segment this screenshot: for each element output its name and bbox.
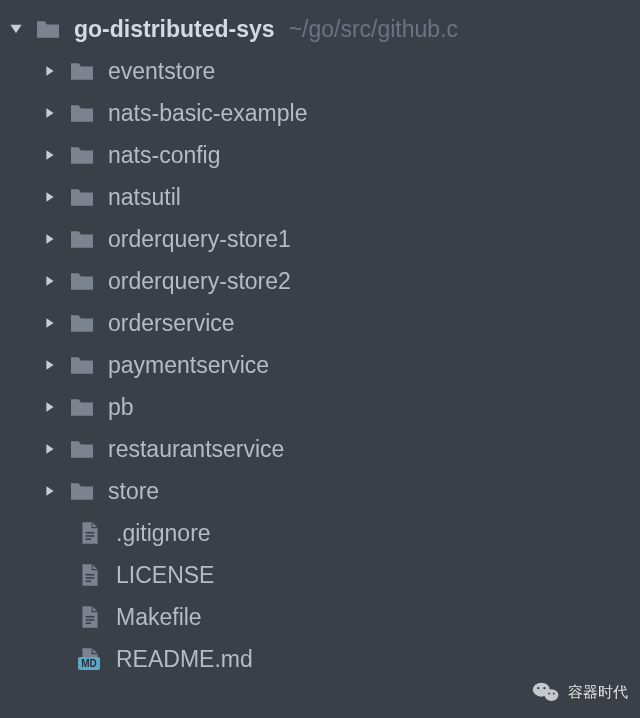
chevron-right-icon xyxy=(42,147,58,163)
tree-item-label: .gitignore xyxy=(116,520,211,547)
chevron-right-icon xyxy=(42,231,58,247)
chevron-right-icon xyxy=(42,63,58,79)
watermark: 容器时代 xyxy=(532,680,628,704)
svg-rect-8 xyxy=(86,622,91,624)
tree-item-label: pb xyxy=(108,394,134,421)
chevron-right-icon xyxy=(42,105,58,121)
svg-rect-7 xyxy=(86,619,95,621)
chevron-right-icon xyxy=(42,273,58,289)
tree-item-folder[interactable]: nats-basic-example xyxy=(0,92,640,134)
tree-item-label: restaurantservice xyxy=(108,436,284,463)
tree-item-label: orderquery-store2 xyxy=(108,268,291,295)
folder-icon xyxy=(68,437,96,461)
svg-rect-1 xyxy=(86,535,95,537)
folder-icon xyxy=(68,269,96,293)
svg-point-12 xyxy=(543,687,545,689)
tree-item-file[interactable]: .gitignore xyxy=(0,512,640,554)
svg-rect-4 xyxy=(86,577,95,579)
tree-item-label: nats-config xyxy=(108,142,221,169)
chevron-right-icon xyxy=(42,315,58,331)
chevron-right-icon xyxy=(42,357,58,373)
folder-icon xyxy=(68,101,96,125)
svg-point-13 xyxy=(548,693,550,695)
tree-item-file[interactable]: LICENSE xyxy=(0,554,640,596)
chevron-right-icon xyxy=(42,441,58,457)
svg-point-11 xyxy=(537,687,539,689)
svg-rect-2 xyxy=(86,538,91,540)
tree-item-folder[interactable]: paymentservice xyxy=(0,344,640,386)
tree-item-folder[interactable]: store xyxy=(0,470,640,512)
svg-rect-0 xyxy=(86,532,95,534)
svg-rect-3 xyxy=(86,574,95,576)
folder-icon xyxy=(68,59,96,83)
watermark-label: 容器时代 xyxy=(568,683,628,702)
svg-point-14 xyxy=(553,693,555,695)
file-icon xyxy=(76,521,104,545)
tree-item-folder[interactable]: natsutil xyxy=(0,176,640,218)
tree-item-label: README.md xyxy=(116,646,253,673)
folder-icon xyxy=(68,143,96,167)
tree-item-file[interactable]: MD README.md xyxy=(0,638,640,680)
tree-item-label: LICENSE xyxy=(116,562,214,589)
folder-icon xyxy=(68,353,96,377)
folder-icon xyxy=(68,395,96,419)
folder-icon xyxy=(68,185,96,209)
tree-item-folder[interactable]: pb xyxy=(0,386,640,428)
tree-item-label: orderservice xyxy=(108,310,235,337)
wechat-icon xyxy=(532,680,560,704)
tree-item-label: store xyxy=(108,478,159,505)
tree-root-row[interactable]: go-distributed-sys ~/go/src/github.c xyxy=(0,8,640,50)
tree-item-label: nats-basic-example xyxy=(108,100,307,127)
file-icon xyxy=(76,605,104,629)
tree-item-label: paymentservice xyxy=(108,352,269,379)
tree-item-folder[interactable]: orderquery-store2 xyxy=(0,260,640,302)
tree-item-folder[interactable]: nats-config xyxy=(0,134,640,176)
svg-point-10 xyxy=(544,689,558,701)
markdown-file-icon: MD xyxy=(76,647,104,671)
tree-item-file[interactable]: Makefile xyxy=(0,596,640,638)
tree-item-folder[interactable]: restaurantservice xyxy=(0,428,640,470)
file-tree: go-distributed-sys ~/go/src/github.c eve… xyxy=(0,0,640,688)
file-icon xyxy=(76,563,104,587)
root-folder-name: go-distributed-sys xyxy=(74,16,275,43)
tree-item-label: Makefile xyxy=(116,604,202,631)
tree-item-label: eventstore xyxy=(108,58,215,85)
folder-icon xyxy=(68,479,96,503)
folder-icon xyxy=(68,227,96,251)
chevron-right-icon xyxy=(42,399,58,415)
tree-item-label: natsutil xyxy=(108,184,181,211)
chevron-right-icon xyxy=(42,483,58,499)
root-folder-path: ~/go/src/github.c xyxy=(289,16,458,43)
folder-icon xyxy=(34,17,62,41)
tree-item-folder[interactable]: eventstore xyxy=(0,50,640,92)
tree-item-folder[interactable]: orderquery-store1 xyxy=(0,218,640,260)
md-badge: MD xyxy=(78,657,100,670)
folder-icon xyxy=(68,311,96,335)
tree-item-label: orderquery-store1 xyxy=(108,226,291,253)
tree-item-folder[interactable]: orderservice xyxy=(0,302,640,344)
chevron-down-icon xyxy=(8,21,24,37)
chevron-right-icon xyxy=(42,189,58,205)
svg-rect-5 xyxy=(86,580,91,582)
svg-rect-6 xyxy=(86,616,95,618)
